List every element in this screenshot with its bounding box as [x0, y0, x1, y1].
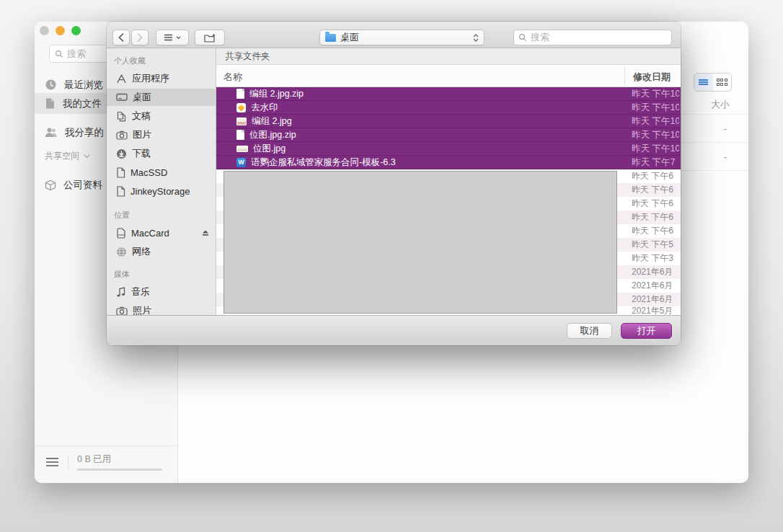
sidebar-item-label: 我的文件: [63, 97, 102, 110]
sidebar-section-shared-spaces[interactable]: 共享空间: [45, 150, 90, 162]
sidebar-item-jinkeystorage[interactable]: JinkeyStorage: [107, 182, 216, 200]
sidebar-item-pictures[interactable]: 图片: [107, 126, 216, 143]
file-row[interactable]: 去水印 昨天 下午10: [216, 101, 681, 115]
sdcard-icon: [116, 228, 126, 239]
drive-search-placeholder: 搜索: [67, 48, 86, 61]
chevron-left-icon: [118, 33, 124, 42]
close-window-button[interactable]: [40, 26, 49, 35]
sidebar-item-network[interactable]: 网络: [107, 243, 216, 260]
music-icon: [116, 287, 126, 298]
date-column-header[interactable]: 修改日期: [633, 71, 671, 84]
updown-chevrons-icon: [473, 34, 479, 42]
sidebar-item-downloads[interactable]: 下载: [107, 145, 216, 162]
sidebar-item-macssd[interactable]: MacSSD: [107, 164, 216, 181]
file-row[interactable]: 编组 2.jpg 昨天 下午10: [216, 115, 681, 128]
dialog-search-input[interactable]: 搜索: [513, 30, 672, 45]
new-folder-icon: [204, 33, 216, 43]
sidebar-item-label: 照片: [133, 304, 151, 315]
folder-icon: [325, 34, 336, 42]
sidebar-item-desktop[interactable]: 桌面: [107, 89, 216, 106]
file-row[interactable]: 位图.jpg.zip 昨天 下午10: [216, 128, 681, 142]
sidebar-item-label: JinkeyStorage: [130, 186, 190, 197]
menu-hamburger-icon[interactable]: [46, 458, 58, 466]
file-name: 编组 2.jpg.zip: [249, 88, 304, 100]
globe-icon: [116, 247, 127, 257]
file-date: 昨天 下午10: [632, 88, 679, 100]
file-date: 昨天 下午6: [632, 211, 679, 223]
sidebar-section-title: 个人收藏: [114, 56, 146, 66]
sidebar-item-label: MacCard: [131, 228, 169, 239]
zip-file-icon: [236, 89, 244, 99]
zoom-window-button[interactable]: [71, 26, 81, 35]
list-view-button[interactable]: [694, 74, 713, 91]
file-date: 昨天 下午6: [632, 198, 679, 210]
file-row[interactable]: 编组 2.jpg.zip 昨天 下午10: [216, 87, 681, 101]
grid-view-icon: [717, 79, 727, 86]
sidebar-item-label: 文稿: [132, 110, 151, 123]
sidebar-item-documents[interactable]: 文稿: [107, 107, 216, 125]
file-date: 昨天 下午10: [632, 115, 679, 128]
list-column-headers: 名称 修改日期: [216, 65, 681, 87]
file-date: 昨天 下午10: [632, 129, 679, 141]
redaction-overlay: [224, 171, 617, 314]
camera-icon: [116, 306, 128, 316]
cancel-button[interactable]: 取消: [567, 323, 612, 339]
file-row[interactable]: 位图.jpg 昨天 下午10: [216, 142, 681, 156]
documents-icon: [116, 111, 127, 122]
view-options-menu-button[interactable]: [156, 30, 189, 45]
sidebar-item-label: 下载: [132, 147, 151, 160]
file-name: 位图.jpg.zip: [249, 129, 296, 141]
sidebar-item-music[interactable]: 音乐: [107, 283, 216, 301]
size-cell: -: [724, 123, 727, 134]
clock-icon: [45, 79, 57, 91]
sidebar-section-title: 位置: [114, 210, 130, 221]
file-row[interactable]: W语鹦企服私域管家服务合同-模板-6.3 昨天 下午7: [216, 156, 681, 169]
file-name: 去水印: [251, 102, 278, 114]
document-icon: [116, 186, 125, 197]
file-date: 昨天 下午10: [632, 143, 679, 155]
footer-divider: [68, 455, 68, 471]
dialog-footer: 取消 打开: [107, 315, 681, 345]
document-icon: [116, 167, 125, 178]
file-date: 2021年6月: [632, 266, 679, 278]
dialog-search-placeholder: 搜索: [531, 31, 549, 44]
sidebar-item-label: 桌面: [133, 91, 151, 104]
view-mode-toggle: [694, 73, 732, 92]
file-date: 2021年5月: [632, 306, 679, 315]
app-icon: [236, 103, 246, 112]
storage-usage-label: 0 B 已用: [77, 453, 111, 466]
list-view-icon: [699, 79, 708, 86]
sidebar-item-label: 图片: [133, 128, 151, 141]
sidebar-item-photos[interactable]: 照片: [107, 302, 216, 315]
dialog-sidebar: 个人收藏 应用程序 桌面 文稿: [107, 48, 216, 315]
image-file-icon: [236, 146, 248, 152]
grid-view-button[interactable]: [713, 74, 732, 91]
location-dropdown[interactable]: 桌面: [319, 30, 485, 45]
sidebar-item-maccard[interactable]: MacCard: [107, 224, 216, 241]
new-folder-button[interactable]: [195, 30, 225, 45]
file-date: 昨天 下午3: [632, 252, 679, 265]
sidebar-item-applications[interactable]: 应用程序: [107, 70, 216, 87]
file-date: 昨天 下午6: [632, 184, 679, 196]
sidebar-item-label: 最近浏览: [64, 79, 103, 92]
file-date: 2021年6月: [632, 293, 679, 306]
sidebar-footer-divider: [35, 445, 178, 446]
list-lines-icon: [164, 34, 173, 41]
storage-usage-bar: [77, 469, 162, 471]
file-date: 昨天 下午5: [632, 239, 679, 251]
appstore-icon: [116, 74, 127, 84]
sidebar-item-label: 应用程序: [132, 72, 169, 85]
size-column-header[interactable]: 大小: [711, 98, 730, 111]
eject-icon[interactable]: [201, 228, 210, 239]
open-button[interactable]: 打开: [621, 323, 672, 339]
column-separator: [624, 67, 625, 85]
download-icon: [116, 148, 127, 159]
back-button[interactable]: [112, 30, 130, 45]
forward-button[interactable]: [131, 30, 149, 45]
minimize-window-button[interactable]: [56, 26, 65, 35]
file-name: 语鹦企服私域管家服务合同-模板-6.3: [251, 156, 396, 169]
search-icon: [55, 50, 63, 58]
sidebar-section-label: 共享空间: [45, 150, 79, 162]
desktop-background: 搜索 最近浏览 我的文件: [0, 0, 783, 532]
name-column-header[interactable]: 名称: [224, 71, 242, 84]
